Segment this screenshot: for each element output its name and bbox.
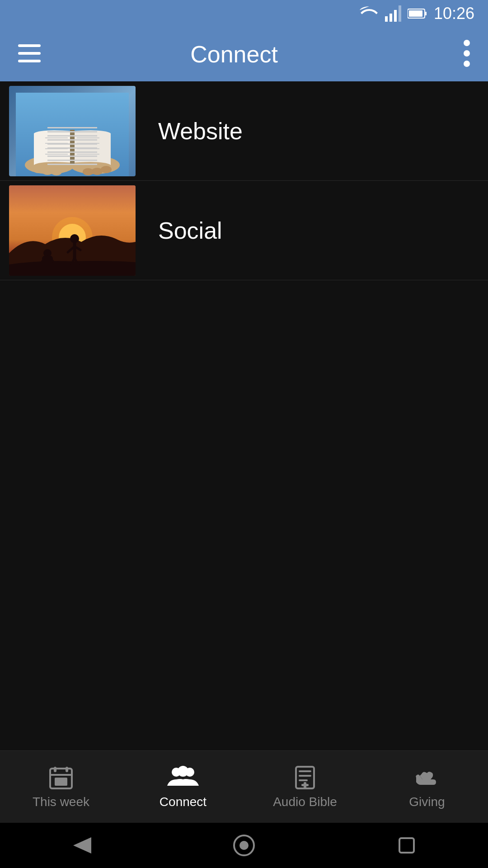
svg-point-12 xyxy=(464,61,470,67)
social-thumbnail xyxy=(9,185,136,276)
svg-rect-59 xyxy=(399,838,414,853)
nav-item-audio-bible[interactable]: Audio Bible xyxy=(244,765,366,809)
svg-rect-8 xyxy=(18,52,41,55)
wifi-icon xyxy=(360,6,379,21)
svg-marker-56 xyxy=(73,837,91,854)
app-bar-title: Connect xyxy=(59,41,409,68)
connect-label: Connect xyxy=(160,795,206,809)
home-button[interactable] xyxy=(230,832,258,859)
bottom-navigation: This week Connect Audio Bible xyxy=(0,750,488,823)
svg-rect-55 xyxy=(301,784,309,786)
this-week-label: This week xyxy=(33,795,89,809)
status-bar: 10:26 xyxy=(0,0,488,27)
svg-point-11 xyxy=(464,50,470,57)
svg-rect-7 xyxy=(18,44,41,47)
svg-rect-46 xyxy=(55,778,67,786)
app-bar: Connect xyxy=(0,27,488,81)
content-area: Website xyxy=(0,81,488,280)
nav-item-connect[interactable]: Connect xyxy=(122,765,244,809)
more-options-icon[interactable] xyxy=(464,40,470,69)
back-button[interactable] xyxy=(68,832,95,859)
nav-item-this-week[interactable]: This week xyxy=(0,765,122,809)
svg-rect-43 xyxy=(54,767,56,772)
svg-rect-16 xyxy=(70,130,75,164)
social-label: Social xyxy=(145,217,222,244)
nav-item-giving[interactable]: Giving xyxy=(366,765,488,809)
svg-rect-5 xyxy=(425,12,427,15)
giving-label: Giving xyxy=(409,795,445,809)
sunset-illustration xyxy=(9,185,136,276)
svg-point-30 xyxy=(83,168,94,175)
svg-rect-44 xyxy=(66,767,68,772)
svg-rect-9 xyxy=(18,60,41,62)
svg-point-58 xyxy=(239,841,249,850)
svg-point-49 xyxy=(178,766,188,777)
status-icons: 10:26 xyxy=(360,4,474,23)
bible-illustration xyxy=(16,93,129,176)
svg-point-27 xyxy=(51,168,62,175)
hamburger-menu-icon[interactable] xyxy=(18,44,41,64)
recents-button[interactable] xyxy=(393,832,420,859)
svg-rect-53 xyxy=(299,779,308,781)
connect-icon xyxy=(167,765,199,790)
status-time: 10:26 xyxy=(434,4,474,23)
list-item-social[interactable]: Social xyxy=(0,181,488,280)
svg-rect-1 xyxy=(389,14,392,22)
svg-rect-3 xyxy=(399,5,401,22)
website-label: Website xyxy=(145,118,243,145)
audio-bible-label: Audio Bible xyxy=(273,795,337,809)
audio-bible-icon xyxy=(292,765,318,790)
signal-icon xyxy=(385,5,401,22)
giving-icon xyxy=(412,765,442,790)
svg-rect-52 xyxy=(299,775,311,777)
calendar-icon xyxy=(48,765,74,790)
website-thumbnail xyxy=(9,86,136,176)
list-item-website[interactable]: Website xyxy=(0,81,488,181)
svg-rect-0 xyxy=(385,16,388,22)
svg-rect-2 xyxy=(394,10,397,22)
svg-rect-6 xyxy=(409,10,422,17)
system-navigation-bar xyxy=(0,823,488,868)
battery-icon xyxy=(408,8,427,19)
svg-rect-51 xyxy=(299,770,311,772)
svg-point-10 xyxy=(464,40,470,46)
